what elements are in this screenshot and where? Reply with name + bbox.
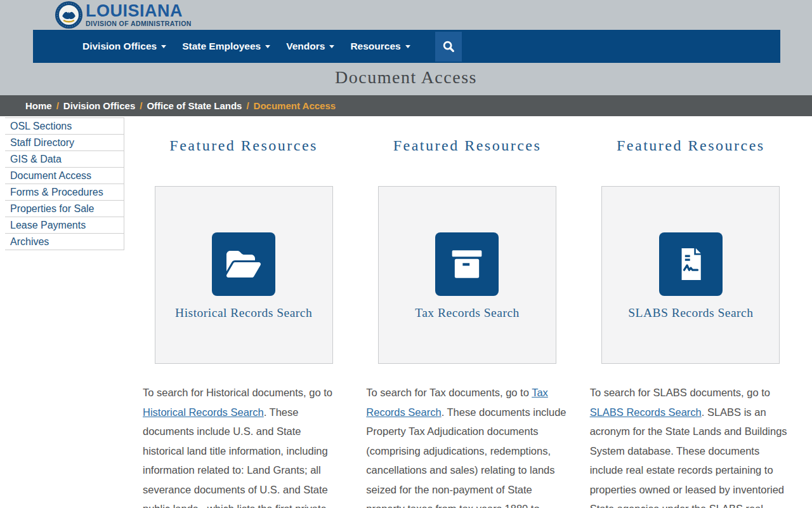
- tax-paragraph: To search for Tax documents, go to Tax R…: [366, 383, 568, 508]
- historical-icon-tile: [212, 232, 275, 296]
- site-header: LOUISIANA DIVISION OF ADMINISTRATION Div…: [0, 0, 812, 95]
- nav-item-state-employees[interactable]: State Employees: [182, 41, 270, 52]
- main-navbar: Division Offices State Employees Vendors…: [33, 30, 780, 63]
- breadcrumb-separator: /: [246, 100, 249, 111]
- historical-records-link[interactable]: Historical Records Search: [155, 306, 332, 320]
- slabs-records-card[interactable]: SLABS Records Search: [601, 186, 780, 364]
- caret-down-icon: [265, 45, 270, 48]
- breadcrumb-link-division-offices[interactable]: Division Offices: [63, 100, 135, 111]
- column-historical: Featured Resources Historical Records Se…: [143, 116, 344, 508]
- paragraph-text: . These documents include U.S. and State…: [143, 406, 328, 508]
- historical-records-text-link[interactable]: Historical Records Search: [143, 406, 264, 418]
- tax-icon-tile: [435, 232, 499, 296]
- breadcrumb-separator: /: [140, 100, 142, 111]
- column-tax: Featured Resources Tax Records Search To…: [366, 116, 568, 508]
- featured-resources-columns: Featured Resources Historical Records Se…: [143, 116, 792, 508]
- brand-text: LOUISIANA DIVISION OF ADMINISTRATION: [86, 3, 192, 27]
- sidebar-nav: OSL Sections Staff Directory GIS & Data …: [5, 117, 124, 250]
- paragraph-text: . These documents include Property Tax A…: [366, 406, 566, 508]
- slabs-icon-tile: [659, 232, 723, 296]
- brand-name: LOUISIANA: [86, 3, 192, 19]
- featured-resources-heading: Featured Resources: [143, 137, 344, 154]
- featured-resources-heading: Featured Resources: [590, 137, 792, 154]
- file-signature-icon: [678, 247, 704, 281]
- sidebar-item-osl-sections[interactable]: OSL Sections: [5, 118, 124, 135]
- paragraph-text: . SLABS is an acronym for the State Land…: [590, 406, 787, 508]
- slabs-records-text-link[interactable]: SLABS Records Search: [590, 406, 702, 418]
- breadcrumb: Home / Division Offices / Office of Stat…: [0, 95, 812, 116]
- caret-down-icon: [329, 45, 334, 48]
- tax-records-link[interactable]: Tax Records Search: [379, 306, 556, 320]
- sidebar-item-staff-directory[interactable]: Staff Directory: [5, 135, 124, 151]
- slabs-paragraph: To search for SLABS documents, go to SLA…: [590, 383, 792, 508]
- sidebar-item-gis-data[interactable]: GIS & Data: [5, 151, 124, 168]
- historical-paragraph: To search for Historical documents, go t…: [143, 383, 344, 508]
- sidebar-item-archives[interactable]: Archives: [5, 234, 124, 250]
- nav-item-label: State Employees: [182, 41, 261, 52]
- breadcrumb-current-page: Document Access: [254, 100, 336, 111]
- brand-logo[interactable]: LOUISIANA DIVISION OF ADMINISTRATION: [55, 1, 192, 29]
- sidebar-item-forms-procedures[interactable]: Forms & Procedures: [5, 184, 124, 201]
- column-slabs: Featured Resources SLABS Records Search …: [590, 116, 792, 508]
- paragraph-text: To search for Historical documents, go t…: [143, 387, 332, 398]
- caret-down-icon: [405, 45, 410, 48]
- nav-item-label: Vendors: [286, 41, 325, 52]
- sidebar-item-lease-payments[interactable]: Lease Payments: [5, 217, 124, 234]
- tax-records-card[interactable]: Tax Records Search: [378, 186, 556, 364]
- nav-item-division-offices[interactable]: Division Offices: [82, 41, 166, 52]
- paragraph-text: To search for SLABS documents, go to: [590, 387, 770, 398]
- nav-item-label: Resources: [350, 41, 400, 52]
- archive-box-icon: [451, 249, 483, 279]
- nav-item-label: Division Offices: [82, 41, 157, 52]
- slabs-records-link[interactable]: SLABS Records Search: [602, 306, 779, 320]
- page-title: Document Access: [0, 67, 812, 88]
- search-button[interactable]: [435, 32, 462, 62]
- featured-resources-heading: Featured Resources: [366, 137, 568, 154]
- brand-division: DIVISION OF ADMINISTRATION: [86, 20, 192, 27]
- search-icon: [442, 39, 455, 53]
- folder-open-icon: [226, 249, 261, 279]
- breadcrumb-link-office-of-state-lands[interactable]: Office of State Lands: [147, 100, 242, 111]
- sidebar-item-properties-for-sale[interactable]: Properties for Sale: [5, 201, 124, 217]
- breadcrumb-separator: /: [56, 100, 59, 111]
- breadcrumb-link-home[interactable]: Home: [25, 100, 52, 111]
- paragraph-text: To search for Tax documents, go to: [366, 387, 532, 398]
- caret-down-icon: [161, 45, 166, 48]
- main-content: OSL Sections Staff Directory GIS & Data …: [0, 116, 812, 508]
- nav-item-vendors[interactable]: Vendors: [286, 41, 334, 52]
- louisiana-seal-icon: [55, 1, 83, 29]
- sidebar-item-document-access[interactable]: Document Access: [5, 168, 124, 184]
- nav-item-resources[interactable]: Resources: [350, 41, 410, 52]
- historical-records-card[interactable]: Historical Records Search: [155, 186, 333, 364]
